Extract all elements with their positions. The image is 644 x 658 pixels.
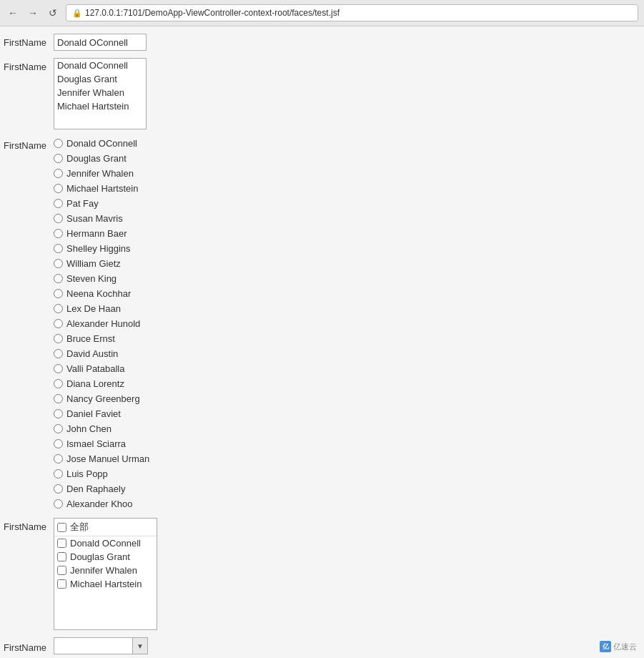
text-input-wrapper: ▼ — [54, 637, 148, 654]
textinput-label: FirstName — [0, 639, 54, 653]
radio-william-label: William Gietz — [66, 258, 121, 269]
address-bar[interactable]: 🔒 127.0.0.1:7101/DemoApp-ViewController-… — [66, 4, 638, 21]
radio-valli[interactable] — [54, 364, 63, 373]
radio-item-den[interactable]: Den Raphaely — [54, 482, 149, 496]
radio-item-nancy[interactable]: Nancy Greenberg — [54, 392, 149, 406]
radio-den[interactable] — [54, 484, 63, 494]
radio-item-jose[interactable]: Jose Manuel Urman — [54, 452, 149, 466]
radio-item-david[interactable]: David Austin — [54, 347, 149, 360]
forward-button[interactable]: → — [26, 6, 40, 20]
radio-item-valli[interactable]: Valli Pataballa — [54, 362, 149, 375]
radio-david[interactable] — [54, 349, 63, 358]
radio-susan[interactable] — [54, 214, 63, 223]
radio-neena[interactable] — [54, 289, 63, 298]
list-item[interactable]: Douglas Grant — [54, 72, 146, 86]
radio-lex[interactable] — [54, 304, 63, 313]
radio-alexander-h-label: Alexander Hunold — [66, 318, 140, 329]
checkbox-donald-label: Donald OConnell — [70, 538, 141, 549]
dropdown-label: FirstName — [0, 34, 54, 48]
radio-item-pat[interactable]: Pat Fay — [54, 197, 149, 210]
radio-bruce[interactable] — [54, 334, 63, 343]
radio-item-bruce[interactable]: Bruce Ernst — [54, 332, 149, 345]
text-input-dropdown-btn[interactable]: ▼ — [132, 637, 148, 654]
radio-jennifer-label: Jennifer Whalen — [66, 168, 134, 179]
checkbox-donald[interactable] — [57, 539, 66, 548]
radio-item-alexander-h[interactable]: Alexander Hunold — [54, 317, 149, 330]
list-item[interactable]: Jennifer Whalen — [54, 86, 146, 99]
radio-nancy[interactable] — [54, 394, 63, 403]
radio-item-jennifer[interactable]: Jennifer Whalen — [54, 167, 149, 180]
list-item[interactable]: Donald OConnell — [54, 59, 146, 72]
checkbox-item-jennifer[interactable]: Jennifer Whalen — [54, 564, 157, 577]
checkbox-item-douglas[interactable]: Douglas Grant — [54, 550, 157, 564]
checkbox-michael-label: Michael Hartstein — [70, 579, 142, 589]
radio-item-lex[interactable]: Lex De Haan — [54, 302, 149, 315]
radio-ismael-label: Ismael Sciarra — [66, 438, 126, 449]
radio-item-alexander-k[interactable]: Alexander Khoo — [54, 497, 149, 511]
radio-label: FirstName — [0, 137, 54, 151]
checkbox-jennifer[interactable] — [57, 566, 66, 575]
radio-steven[interactable] — [54, 274, 63, 283]
firstname-text-input[interactable] — [54, 637, 132, 654]
checkbox-scroll-area[interactable]: Donald OConnell Douglas Grant Jennifer W… — [54, 536, 157, 629]
radio-john[interactable] — [54, 424, 63, 433]
radio-item-steven[interactable]: Steven King — [54, 272, 149, 285]
radio-douglas[interactable] — [54, 154, 63, 163]
checkbox-all-label: 全部 — [70, 521, 89, 534]
radio-daniel-label: Daniel Faviet — [66, 408, 121, 419]
checkbox-all[interactable] — [57, 523, 66, 532]
radio-luis-label: Luis Popp — [66, 468, 108, 479]
list-item[interactable]: Michael Hartstein — [54, 99, 146, 113]
radio-valli-label: Valli Pataballa — [66, 363, 124, 374]
radio-susan-label: Susan Mavris — [66, 213, 123, 224]
listbox-label: FirstName — [0, 58, 54, 72]
firstname-dropdown[interactable]: Donald OConnell Douglas Grant Jennifer W… — [54, 34, 147, 51]
radio-ismael[interactable] — [54, 439, 63, 448]
radio-hermann[interactable] — [54, 229, 63, 238]
radio-michael-label: Michael Hartstein — [66, 183, 138, 194]
radio-item-susan[interactable]: Susan Mavris — [54, 212, 149, 225]
radio-item-neena[interactable]: Neena Kochhar — [54, 287, 149, 300]
radio-item-hermann[interactable]: Hermann Baer — [54, 227, 149, 240]
radio-item-daniel[interactable]: Daniel Faviet — [54, 407, 149, 421]
radio-nancy-label: Nancy Greenberg — [66, 393, 140, 404]
firstname-listbox[interactable]: Donald OConnell Douglas Grant Jennifer W… — [54, 58, 147, 129]
radio-michael[interactable] — [54, 184, 63, 193]
radio-diana[interactable] — [54, 379, 63, 388]
checkbox-item-michael[interactable]: Michael Hartstein — [54, 577, 157, 591]
back-button[interactable]: ← — [6, 6, 20, 20]
dropdown-form-section: FirstName Donald OConnell Douglas Grant … — [0, 34, 644, 51]
radio-item-shelley[interactable]: Shelley Higgins — [54, 242, 149, 255]
radio-steven-label: Steven King — [66, 273, 117, 284]
radio-daniel[interactable] — [54, 409, 63, 418]
checkbox-michael[interactable] — [57, 579, 66, 589]
textinput-form-section: FirstName ▼ — [0, 637, 644, 654]
checkbox-form-section: FirstName 全部 Donald OConnell Douglas Gra… — [0, 518, 644, 630]
radio-item-donald[interactable]: Donald OConnell — [54, 137, 149, 150]
reload-button[interactable]: ↺ — [46, 6, 60, 20]
radio-item-michael[interactable]: Michael Hartstein — [54, 182, 149, 195]
radio-luis[interactable] — [54, 469, 63, 478]
radio-donald[interactable] — [54, 139, 63, 148]
radio-item-diana[interactable]: Diana Lorentz — [54, 377, 149, 391]
radio-alexander-h[interactable] — [54, 319, 63, 328]
radio-jose-label: Jose Manuel Urman — [66, 453, 149, 464]
checkbox-douglas[interactable] — [57, 552, 66, 561]
radio-item-william[interactable]: William Gietz — [54, 257, 149, 270]
radio-item-john[interactable]: John Chen — [54, 422, 149, 436]
url-text: 127.0.0.1:7101/DemoApp-ViewController-co… — [85, 8, 340, 18]
radio-lex-label: Lex De Haan — [66, 303, 121, 314]
radio-william[interactable] — [54, 259, 63, 268]
radio-shelley[interactable] — [54, 244, 63, 253]
radio-donald-label: Donald OConnell — [66, 138, 137, 149]
radio-jose[interactable] — [54, 454, 63, 463]
radio-item-ismael[interactable]: Ismael Sciarra — [54, 437, 149, 451]
checkbox-item-donald[interactable]: Donald OConnell — [54, 536, 157, 550]
checkbox-all-item[interactable]: 全部 — [54, 519, 157, 536]
radio-item-douglas[interactable]: Douglas Grant — [54, 152, 149, 165]
radio-item-luis[interactable]: Luis Popp — [54, 467, 149, 481]
radio-jennifer[interactable] — [54, 169, 63, 178]
radio-pat[interactable] — [54, 199, 63, 208]
listbox-form-section: FirstName Donald OConnell Douglas Grant … — [0, 58, 644, 129]
radio-alexander-k[interactable] — [54, 499, 63, 509]
